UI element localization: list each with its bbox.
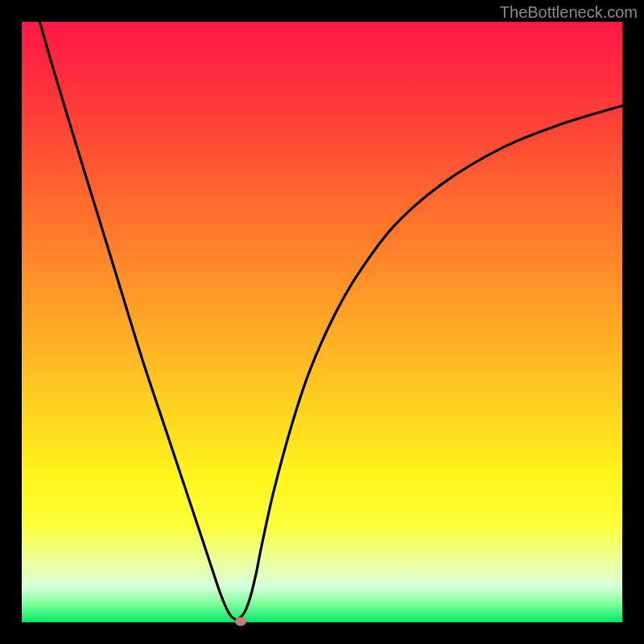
- plot-area: [22, 22, 622, 622]
- watermark-text: TheBottleneck.com: [500, 3, 638, 22]
- optimal-point-marker: [235, 617, 246, 625]
- chart-container: TheBottleneck.com: [0, 0, 644, 644]
- bottleneck-curve: [22, 22, 622, 622]
